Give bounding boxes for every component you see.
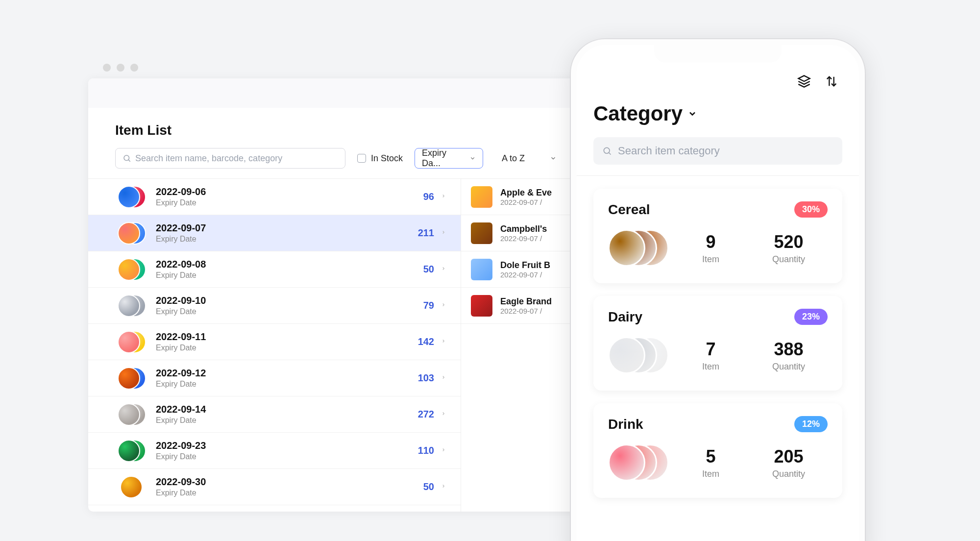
category-card[interactable]: Dairy23%7Item388Quantity [593, 296, 842, 391]
card-body: 7Item388Quantity [608, 335, 828, 376]
chevron-right-icon [441, 446, 446, 455]
filter-bar: In Stock Expiry Da... A to Z [88, 138, 588, 178]
quantity-label: Quantity [750, 469, 828, 479]
row-date: 2022-09-23 [156, 440, 418, 451]
date-row[interactable]: 2022-09-14Expiry Date272 [88, 396, 461, 433]
checkbox-icon [357, 154, 366, 163]
detail-row[interactable]: Apple & Eve2022-09-07 / [461, 179, 588, 215]
qty-stat: 388Quantity [750, 339, 828, 372]
search-icon [602, 146, 612, 156]
divider [577, 175, 859, 176]
row-date: 2022-09-14 [156, 404, 418, 415]
category-name: Drink [608, 417, 643, 432]
date-row[interactable]: 2022-09-07Expiry Date211 [88, 215, 461, 251]
detail-row[interactable]: Dole Fruit B2022-09-07 / [461, 251, 588, 288]
item-thumb [118, 331, 140, 353]
search-input[interactable] [115, 148, 345, 169]
row-text: 2022-09-08Expiry Date [156, 259, 423, 280]
item-name: Eagle Brand [500, 296, 552, 307]
row-sublabel: Expiry Date [156, 416, 418, 425]
window-titlebar [88, 78, 588, 108]
thumb-stack [118, 220, 145, 247]
date-row[interactable]: 2022-09-06Expiry Date96 [88, 179, 461, 215]
chevron-right-icon [441, 229, 446, 238]
row-sublabel: Expiry Date [156, 380, 418, 389]
sort-icon[interactable] [825, 74, 838, 90]
traffic-lights [103, 64, 138, 72]
item-thumb [471, 259, 492, 280]
percent-badge: 23% [794, 309, 828, 325]
row-count: 50 [423, 264, 434, 275]
svg-marker-2 [798, 75, 809, 81]
layers-icon[interactable] [797, 74, 811, 90]
row-date: 2022-09-12 [156, 368, 418, 379]
item-stat: 5Item [672, 446, 750, 479]
in-stock-label: In Stock [371, 153, 403, 164]
row-text: 2022-09-07Expiry Date [156, 222, 418, 244]
item-subtext: 2022-09-07 / [500, 234, 547, 243]
svg-point-0 [124, 155, 129, 161]
item-label: Item [672, 362, 750, 372]
detail-text: Campbell's2022-09-07 / [500, 224, 547, 243]
sort-dropdown[interactable]: A to Z [495, 148, 564, 169]
row-sublabel: Expiry Date [156, 344, 418, 352]
category-heading-row[interactable]: Category [593, 102, 842, 125]
row-sublabel: Expiry Date [156, 271, 423, 280]
thumb-stack [118, 365, 145, 392]
date-row[interactable]: 2022-09-30Expiry Date50 [88, 469, 461, 505]
item-thumb [608, 337, 645, 374]
date-row[interactable]: 2022-09-11Expiry Date142 [88, 324, 461, 360]
row-date: 2022-09-10 [156, 295, 423, 306]
row-text: 2022-09-06Expiry Date [156, 186, 423, 207]
date-row[interactable]: 2022-09-08Expiry Date50 [88, 251, 461, 288]
thumb-stack [608, 227, 672, 269]
date-row[interactable]: 2022-09-10Expiry Date79 [88, 288, 461, 324]
row-sublabel: Expiry Date [156, 452, 418, 461]
traffic-light-minimize[interactable] [117, 64, 124, 72]
qty-stat: 205Quantity [750, 446, 828, 479]
thumb-stack [118, 401, 145, 428]
row-sublabel: Expiry Date [156, 198, 423, 207]
row-sublabel: Expiry Date [156, 307, 423, 316]
row-count: 96 [423, 191, 434, 202]
card-head: Dairy23% [608, 309, 828, 325]
item-thumb [118, 367, 140, 390]
quantity-label: Quantity [750, 362, 828, 372]
quantity-count: 205 [750, 446, 828, 467]
item-thumb [118, 403, 140, 426]
item-thumb [471, 222, 492, 244]
phone-device: Category Search item category Cereal30%9… [571, 39, 865, 541]
item-label: Item [672, 254, 750, 265]
search-placeholder: Search item category [618, 145, 720, 157]
card-head: Cereal30% [608, 201, 828, 218]
row-date: 2022-09-07 [156, 222, 418, 234]
qty-stat: 520Quantity [750, 232, 828, 265]
row-count: 79 [423, 300, 434, 311]
item-thumb [118, 258, 140, 281]
search-field[interactable] [135, 153, 338, 164]
traffic-light-close[interactable] [103, 64, 111, 72]
phone-notch [654, 45, 782, 63]
item-stat: 7Item [672, 339, 750, 372]
date-row[interactable]: 2022-09-23Expiry Date110 [88, 433, 461, 469]
traffic-light-zoom[interactable] [130, 64, 138, 72]
category-card[interactable]: Cereal30%9Item520Quantity [593, 189, 842, 283]
row-count: 50 [423, 481, 434, 492]
thumb-stack [118, 183, 145, 211]
detail-row[interactable]: Campbell's2022-09-07 / [461, 215, 588, 251]
item-name: Campbell's [500, 224, 547, 234]
date-row[interactable]: 2022-09-12Expiry Date103 [88, 360, 461, 396]
detail-row[interactable]: Eagle Brand2022-09-07 / [461, 288, 588, 324]
in-stock-filter[interactable]: In Stock [357, 153, 403, 164]
row-date: 2022-09-08 [156, 259, 423, 270]
thumb-stack [118, 437, 145, 465]
item-subtext: 2022-09-07 / [500, 307, 552, 315]
detail-text: Apple & Eve2022-09-07 / [500, 188, 552, 206]
item-thumb [118, 440, 140, 462]
row-sublabel: Expiry Date [156, 489, 423, 497]
category-card[interactable]: Drink12%5Item205Quantity [593, 403, 842, 498]
expiry-date-dropdown[interactable]: Expiry Da... [415, 148, 483, 169]
detail-text: Eagle Brand2022-09-07 / [500, 296, 552, 315]
chevron-right-icon [441, 301, 446, 310]
phone-search-input[interactable]: Search item category [593, 137, 842, 165]
